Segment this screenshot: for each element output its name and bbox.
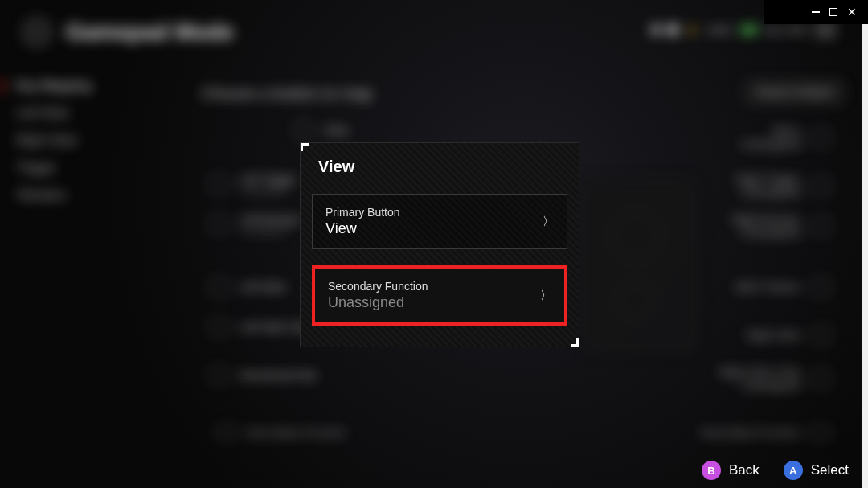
page-title: Gamepad Mode — [66, 19, 233, 45]
gamepad-illustration — [579, 177, 699, 354]
dpad-icon — [209, 366, 228, 385]
reset-button[interactable]: Reset to Default — [745, 80, 844, 104]
left-trigger-icon — [209, 174, 228, 194]
sidebar-item-trigger[interactable]: Trigger — [16, 154, 145, 182]
right-trigger-icon — [812, 176, 831, 195]
button-config-modal: View Primary Button View 〉 Secondary Fun… — [300, 142, 579, 347]
sidebar: Key Mapping Left Stick Right Stick Trigg… — [16, 72, 145, 209]
app-logo-icon — [23, 18, 51, 47]
sidebar-item-right-stick[interactable]: Right Stick — [16, 127, 145, 154]
close-icon[interactable]: ✕ — [847, 6, 857, 18]
primary-button-value: View — [326, 220, 400, 237]
bluetooth-icon: ⚡ — [686, 24, 698, 36]
left-stick-click-icon — [209, 318, 228, 337]
hint-back: B Back — [702, 461, 760, 480]
app-window: ✕ Gamepad Mode ⚡ 100% 06:17PM Key Mappin… — [0, 0, 868, 488]
right-stick-icon — [812, 326, 831, 345]
view-icon — [293, 121, 313, 140]
macro-left-icon — [215, 425, 236, 440]
scrollbar[interactable] — [862, 24, 868, 488]
window-titlebar: ✕ — [764, 0, 868, 24]
sidebar-item-left-stick[interactable]: Left Stick — [16, 100, 145, 127]
right-bumper-icon — [812, 216, 831, 236]
modal-title: View — [318, 158, 567, 176]
battery-icon — [741, 26, 757, 34]
secondary-function-left[interactable]: Secondary Function — [246, 426, 346, 439]
button-menu[interactable]: Menu — [741, 125, 800, 137]
modal-corner-icon — [571, 338, 579, 347]
secondary-function-right[interactable]: Secondary Function — [700, 426, 800, 439]
button-dpad[interactable]: Directional Pad — [240, 369, 316, 382]
sidebar-item-vibration[interactable]: Vibration — [16, 182, 145, 209]
content-heading: Choose a button to map — [201, 84, 372, 103]
hint-select: A Select — [784, 461, 849, 480]
macro-right-icon — [810, 425, 831, 440]
button-left-trigger[interactable]: Left Trigger — [240, 173, 297, 186]
minimize-icon[interactable] — [812, 11, 820, 13]
button-right-stick-click[interactable]: Right Stick Click — [719, 366, 800, 379]
button-right-trigger[interactable]: Right Trigger — [736, 173, 800, 186]
back-label: Back — [729, 462, 760, 478]
primary-button-option[interactable]: Primary Button View 〉 — [312, 194, 567, 249]
button-left-stick[interactable]: Left Stick — [240, 281, 286, 293]
footer-hints: B Back A Select — [702, 461, 849, 480]
select-label: Select — [811, 462, 849, 478]
a-button-icon: A — [784, 461, 803, 480]
primary-button-label: Primary Button — [326, 206, 400, 219]
battery-percent: 100% — [706, 24, 733, 36]
menu-icon — [812, 128, 831, 147]
abxy-icon — [812, 277, 831, 297]
heart-icon — [665, 23, 679, 37]
sidebar-item-key-mapping[interactable]: Key Mapping — [16, 72, 145, 100]
modal-corner-icon — [301, 143, 309, 151]
button-right-bumper[interactable]: Right Bumper — [731, 213, 800, 226]
sidebar-accent — [0, 79, 3, 93]
secondary-function-option[interactable]: Secondary Function Unassigned 〉 — [312, 265, 567, 326]
button-view[interactable]: View — [324, 124, 348, 137]
right-stick-click-icon — [812, 369, 831, 388]
button-abxy[interactable]: ABXY Button — [735, 281, 800, 293]
button-left-bumper[interactable]: Left Bumper — [240, 213, 301, 226]
status-indicator-icon — [652, 26, 660, 34]
left-bumper-icon — [209, 215, 228, 234]
clock: 06:17PM — [765, 24, 807, 36]
chevron-right-icon: 〉 — [540, 289, 551, 303]
maximize-icon[interactable] — [829, 8, 837, 16]
secondary-function-label: Secondary Function — [328, 280, 428, 293]
left-stick-icon — [209, 277, 228, 297]
b-button-icon: B — [702, 461, 721, 480]
secondary-function-value: Unassigned — [328, 294, 428, 311]
button-right-stick[interactable]: Right Stick — [747, 329, 800, 342]
chevron-right-icon: 〉 — [542, 215, 554, 229]
